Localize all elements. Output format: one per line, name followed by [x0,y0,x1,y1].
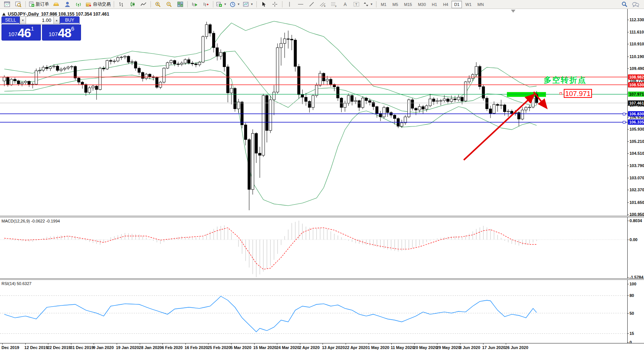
templates-icon[interactable]: ▼ [242,0,255,9]
date-tick-mark [300,343,300,345]
sell-price-button[interactable]: 107461 [1,25,41,41]
axis-tick-mark [627,20,629,20]
autotrading-button[interactable]: 自动交易 [84,0,112,9]
macd-indicator-canvas[interactable] [0,217,627,278]
buy-price-prefix: 107 [49,29,58,39]
chart-shift-icon[interactable] [200,0,211,9]
timeframe-button-m15[interactable]: M15 [401,1,414,8]
price-level-label[interactable]: 107.971 [564,89,592,98]
signals-icon[interactable] [73,0,84,9]
timeframe-button-m5[interactable]: M5 [390,1,401,8]
axis-tick-mark [627,295,629,296]
one-click-trading-panel: SELL ▼ 1.00 ▲ BUY 107461 107486 [1,16,81,41]
date-label: 2 Apr 2020 [299,345,320,350]
sell-button[interactable]: SELL [1,16,20,24]
buy-price-button[interactable]: 107486 [42,25,81,41]
fibonacci-tool-icon[interactable]: F [329,0,340,9]
charts-window-icon[interactable] [1,0,13,9]
period-clock-icon[interactable]: ▼ [228,0,242,9]
vertical-line-tool-icon[interactable] [284,0,295,9]
price-label-handle[interactable] [560,92,562,95]
axis-tick-mark [627,240,629,240]
hline-handle[interactable] [623,121,625,124]
gold-icon[interactable] [51,0,62,9]
macd-pane-splitter[interactable] [0,216,644,217]
search-icon[interactable] [619,0,630,9]
date-label: 25 Feb 2020 [207,345,230,350]
main-chart-canvas[interactable] [0,9,627,216]
trendline-tool-icon[interactable] [306,0,317,9]
new-order-button[interactable]: 新订单 [27,0,51,9]
timeframe-button-m1[interactable]: M1 [378,1,389,8]
price-axis[interactable]: 112.330111.610110.910110.190109.490108.7… [627,9,644,343]
zoom-out-icon[interactable] [164,0,175,9]
date-label: 5 Mar 2020 [230,345,251,350]
candlestick-chart-icon[interactable] [127,0,138,9]
channel-tool-icon[interactable]: E [317,0,329,9]
timeframe-button-h4[interactable]: H4 [440,1,451,8]
symbol-title: USDJPY-,Daily [8,12,39,17]
toolbar-separator [376,1,376,7]
price-tick-label: 111.610 [630,30,644,34]
date-tick-mark [162,343,163,345]
svg-text:E: E [324,5,326,7]
zoom-in-icon[interactable] [152,0,164,9]
community-chat-icon[interactable] [630,0,641,9]
buy-price-pips: 48 [58,26,71,39]
volume-increase-button[interactable]: ▲ [54,16,60,24]
accounts-icon[interactable] [62,0,73,9]
chart-shift-marker[interactable] [511,10,515,13]
timeframe-button-m30[interactable]: M30 [415,1,428,8]
price-tick-label: 101.650 [630,200,644,205]
ohlc-values: 107.986 108.155 107.354 107.461 [41,12,109,17]
price-tick-label: 102.370 [630,188,644,192]
bar-chart-icon[interactable] [116,0,127,9]
profiles-icon[interactable] [13,0,24,9]
axis-tick-mark [627,68,629,69]
buy-button[interactable]: BUY [60,16,80,24]
rsi-axis-label: 50 [630,311,634,316]
hline-handle[interactable] [623,113,625,115]
axis-tick-mark [627,44,629,44]
sell-button-label: SELL [5,17,16,23]
date-tick-mark [506,343,506,345]
dropdown-arrow-icon: ▼ [250,3,253,6]
volume-input[interactable]: 1.00 [26,16,54,24]
volume-decrease-button[interactable]: ▼ [20,16,26,24]
date-label: 8 Jun 2020 [459,345,480,350]
dropdown-arrow-icon: ▼ [224,3,227,6]
text-tool-icon[interactable]: A [340,0,351,9]
axis-tick-mark [627,153,629,154]
rsi-axis-label: 80 [630,293,634,298]
arrows-tool-icon[interactable]: ▼ [362,0,375,9]
sell-price-prefix: 107 [8,29,17,39]
turning-point-annotation[interactable]: 多空转折点 [544,75,586,85]
date-tick-mark [437,343,437,345]
price-tick-label: 109.490 [630,66,644,71]
auto-scroll-icon[interactable] [189,0,200,9]
date-tick-mark [323,343,323,345]
chart-title-row: USDJPY-,Daily 107.986 108.155 107.354 10… [2,12,109,17]
text-label-tool-icon[interactable]: T [351,0,362,9]
tile-windows-icon[interactable] [175,0,186,9]
crosshair-tool-icon[interactable] [269,0,281,9]
price-badge: 106.830 [628,111,644,116]
rsi-pane-splitter[interactable] [0,278,644,280]
axis-tick-mark [627,221,629,221]
date-tick-mark [346,343,346,345]
date-label: 22 Dec 2019 [47,345,71,350]
timeframe-button-h1[interactable]: H1 [429,1,440,8]
timeframe-button-d1[interactable]: D1 [452,1,462,8]
cursor-tool-icon[interactable] [258,0,269,9]
timeframe-button-mn[interactable]: MN [475,1,486,8]
date-label: 13 Apr 2020 [322,345,344,350]
rsi-indicator-canvas[interactable] [0,280,627,343]
line-chart-icon[interactable] [138,0,149,9]
dropdown-arrow-icon: ▼ [370,3,373,6]
new-indicator-button[interactable]: ▼ [215,0,228,9]
axis-tick-mark [627,178,629,178]
horizontal-line-tool-icon[interactable] [295,0,306,9]
price-tick-label: 105.930 [630,127,644,131]
sell-price-pips: 46 [17,26,31,39]
timeframe-button-w1[interactable]: W1 [463,1,474,8]
